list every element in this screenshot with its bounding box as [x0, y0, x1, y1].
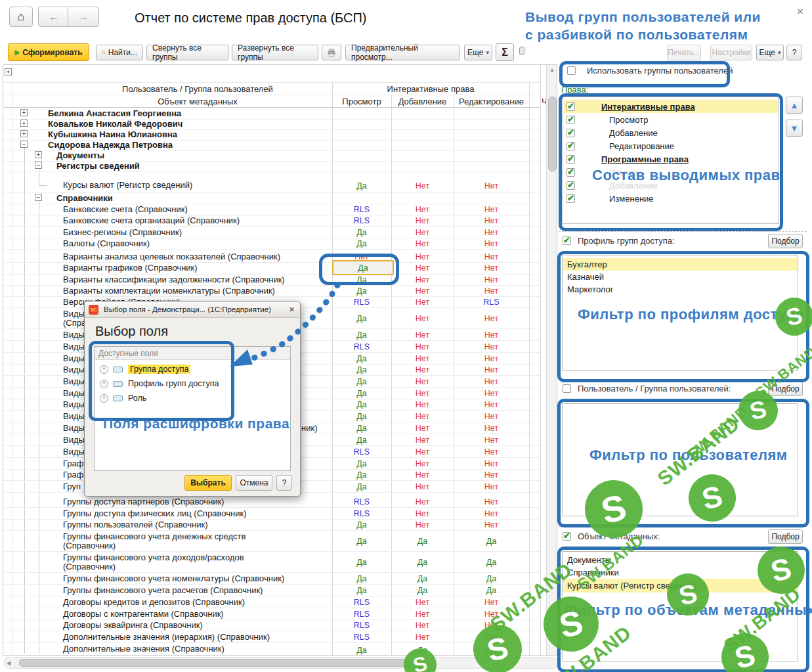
horizontal-scroll-thumb[interactable]	[19, 659, 412, 667]
cell-value[interactable]: Да	[332, 179, 391, 192]
cell-value[interactable]: Нет	[391, 519, 454, 530]
cell-value[interactable]: RLS	[454, 296, 529, 307]
checkbox-icon[interactable]	[566, 155, 575, 164]
cell-value[interactable]: Нет	[391, 179, 454, 192]
cell-value[interactable]: Нет	[391, 508, 454, 519]
metadata-filter-checkbox[interactable]	[563, 532, 571, 541]
cell-value[interactable]: Нет	[391, 496, 454, 507]
close-icon[interactable]: ×	[797, 5, 803, 18]
rights-item[interactable]: Добавление	[564, 126, 778, 139]
cell-value[interactable]: Да	[332, 260, 394, 275]
cell-value[interactable]: Нет	[391, 251, 454, 262]
profile-item[interactable]: Бухгалтер	[563, 258, 797, 271]
metadata-item[interactable]: Справочники	[563, 566, 797, 579]
cell-value[interactable]: Да	[332, 552, 391, 572]
cell-value[interactable]: Нет	[454, 285, 529, 296]
table-row[interactable]: Группы финансового учета номенклатуры (С…	[3, 573, 540, 585]
cell-value[interactable]: Нет	[454, 341, 529, 352]
cell-value[interactable]: Да	[391, 531, 454, 551]
cell-value[interactable]: Да	[391, 573, 454, 584]
cell-value[interactable]: Да	[454, 585, 529, 596]
cell-value[interactable]: Нет	[391, 262, 454, 274]
cell-value[interactable]: RLS	[332, 446, 391, 457]
table-row[interactable]: Группы пользователей (Справочник)ДаНетНе…	[3, 519, 540, 531]
cell-value[interactable]: Нет	[454, 496, 529, 507]
cell-value[interactable]: Нет	[391, 341, 454, 352]
checkbox-icon[interactable]	[566, 129, 575, 137]
cancel-button[interactable]: Отмена	[236, 475, 272, 491]
collapse-groups-button[interactable]: Свернуть все группы	[146, 45, 228, 60]
cell-value[interactable]: Нет	[391, 411, 454, 422]
table-row[interactable]: Банковские счета организаций (Справочник…	[3, 215, 540, 227]
cell-value[interactable]: Нет	[391, 296, 454, 307]
home-button[interactable]: ⌂	[9, 7, 33, 27]
cell-value[interactable]: Нет	[454, 481, 529, 492]
scroll-left-icon[interactable]: ◀	[7, 660, 11, 666]
cell-value[interactable]: Нет	[391, 619, 454, 631]
cell-value[interactable]: Нет	[391, 469, 454, 480]
rights-item[interactable]: Просмотр	[564, 113, 778, 126]
cell-value[interactable]: Нет	[391, 458, 454, 469]
cell-value[interactable]: Нет	[454, 631, 529, 642]
cell-value[interactable]: Да	[454, 643, 529, 656]
table-row[interactable]: Группы финансового учета расчетов (Справ…	[3, 585, 540, 596]
cell-value[interactable]: RLS	[332, 619, 391, 631]
checkbox-icon[interactable]	[566, 116, 575, 124]
plus-circle-icon[interactable]: +	[100, 365, 108, 374]
checkbox-icon[interactable]	[566, 168, 575, 177]
cell-value[interactable]: Да	[332, 531, 391, 551]
vertical-scrollbar[interactable]: ▲	[546, 65, 557, 655]
cell-value[interactable]: Нет	[454, 274, 529, 285]
settings-button[interactable]: Настройки	[710, 45, 752, 60]
table-row[interactable]: −Справочники	[3, 192, 540, 204]
rights-item[interactable]: Программные права	[564, 152, 778, 166]
dialog-help-button[interactable]: ?	[276, 475, 292, 491]
cell-value[interactable]: RLS	[332, 215, 391, 226]
expander-toggle[interactable]: +	[35, 151, 42, 158]
cell-value[interactable]: Да	[332, 458, 391, 469]
cell-value[interactable]: Нет	[454, 388, 529, 399]
cell-value[interactable]: Да	[332, 411, 391, 422]
table-row[interactable]: Варианты графиков (Справочник)ДаНетНет	[3, 262, 540, 275]
user-pick-button[interactable]: Подбор	[768, 382, 803, 396]
cell-value[interactable]: Да	[332, 434, 391, 445]
profile-item[interactable]: Маркетолог	[563, 283, 797, 296]
cell-value[interactable]: Нет	[391, 364, 454, 375]
cell-value[interactable]: Нет	[454, 364, 529, 375]
cell-value[interactable]: Да	[332, 285, 391, 296]
profile-pick-button[interactable]: Подбор	[768, 234, 803, 248]
table-row[interactable]: −Регистры сведений	[3, 160, 540, 172]
cell-value[interactable]: Нет	[454, 251, 529, 262]
field-item[interactable]: +Группа доступа	[95, 363, 290, 376]
horizontal-scrollbar[interactable]: ◀	[4, 657, 558, 669]
table-row[interactable]: Банковские счета (Справочник)RLSНетНет	[3, 204, 540, 215]
cell-value[interactable]: Нет	[454, 308, 529, 328]
checkbox-icon[interactable]	[566, 102, 575, 111]
cell-value[interactable]: Да	[332, 329, 391, 340]
plus-circle-icon[interactable]: +	[100, 394, 108, 403]
table-row[interactable]: Договоры эквайринга (Справочник)RLSНетНе…	[3, 619, 540, 631]
move-down-button[interactable]: ▼	[786, 120, 803, 137]
cell-value[interactable]: Нет	[454, 238, 529, 249]
cell-value[interactable]: Нет	[391, 422, 454, 434]
checkbox-icon[interactable]	[566, 194, 575, 203]
cell-value[interactable]: Нет	[391, 238, 454, 249]
back-button[interactable]: ←	[38, 7, 70, 27]
dialog-close-icon[interactable]: ✕	[289, 305, 295, 314]
expander-toggle[interactable]: +	[20, 120, 28, 127]
checkbox-icon[interactable]	[566, 142, 575, 150]
cell-value[interactable]: Нет	[454, 215, 529, 226]
find-button[interactable]: Найти...	[96, 45, 143, 60]
table-row[interactable]: Бизнес-регионы (Справочник)ДаНетНет	[3, 227, 540, 238]
cell-value[interactable]: RLS	[332, 631, 391, 642]
cell-value[interactable]: Нет	[391, 631, 454, 642]
cell-value[interactable]: Нет	[391, 376, 454, 387]
table-row[interactable]: Группы финансового учета доходов/расходо…	[3, 552, 540, 573]
select-button[interactable]: Выбрать	[184, 475, 232, 491]
expander-toggle[interactable]: −	[35, 162, 42, 169]
cell-value[interactable]: Нет	[454, 422, 529, 434]
cell-value[interactable]: Нет	[454, 519, 529, 530]
cell-value[interactable]: Да	[454, 531, 529, 551]
table-row[interactable]: Курсы валют (Регистр сведений)ДаНетНет	[3, 179, 540, 193]
table-row[interactable]: Дополнительные значения (иерархия) (Спра…	[3, 631, 540, 643]
